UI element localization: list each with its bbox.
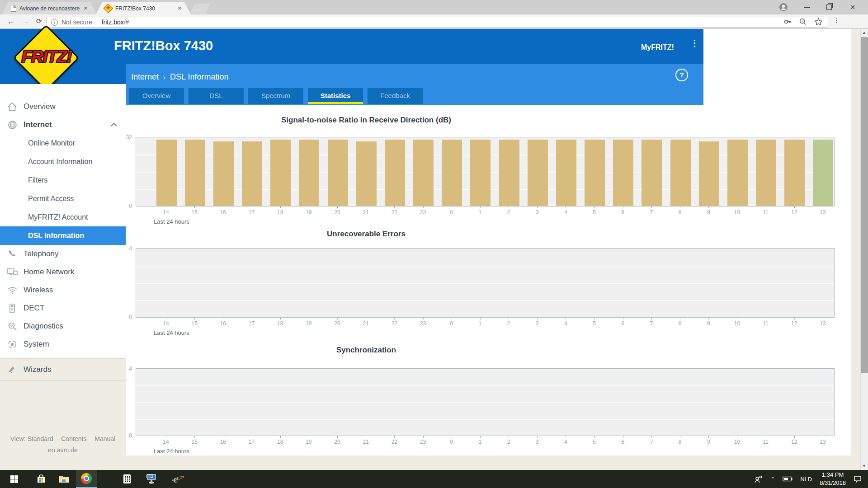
sidebar-item-wireless[interactable]: Wireless xyxy=(0,281,126,299)
gridline xyxy=(136,283,834,284)
restore-button[interactable] xyxy=(826,5,832,10)
manual-link[interactable]: Manual xyxy=(94,435,115,442)
x-tick xyxy=(452,206,452,208)
x-tick xyxy=(480,318,481,319)
view-standard-link[interactable]: View: Standard xyxy=(10,435,53,442)
breadcrumb-section[interactable]: Internet xyxy=(131,72,159,82)
password-key-icon[interactable] xyxy=(783,18,792,26)
x-tick-label: 18 xyxy=(270,320,290,327)
sidebar-item-telephony[interactable]: Telephony xyxy=(0,245,126,263)
tray-expand-icon[interactable]: ⌃ xyxy=(771,476,775,482)
sidebar-subitem-filters[interactable]: Filters xyxy=(0,171,126,189)
x-tick-label: 7 xyxy=(642,209,661,216)
x-tick-label: 6 xyxy=(613,320,633,327)
x-tick-label: 11 xyxy=(756,439,776,445)
scrollbar-thumb[interactable] xyxy=(861,37,868,373)
language-indicator[interactable]: NLD xyxy=(800,476,812,483)
x-tick xyxy=(480,436,481,438)
x-tick xyxy=(252,206,252,208)
x-tick xyxy=(194,206,195,208)
page-tab-statistics[interactable]: Statistics xyxy=(308,88,363,104)
contents-link[interactable]: Contents xyxy=(61,435,86,442)
header-menu-icon[interactable]: ⋮ xyxy=(690,42,699,45)
sidebar-item-system[interactable]: System xyxy=(0,335,126,353)
browser-tab-active[interactable]: FRITZ!Box 7430 ✕ xyxy=(96,2,191,14)
calculator-button[interactable] xyxy=(117,470,137,488)
x-tick-label: 0 xyxy=(442,320,462,327)
sidebar-subitem-online-monitor[interactable]: Online Monitor xyxy=(0,134,126,152)
help-button[interactable]: ? xyxy=(675,69,688,81)
x-tick xyxy=(794,206,795,208)
profile-icon[interactable] xyxy=(779,3,788,12)
gridline xyxy=(136,266,834,267)
scroll-up-icon[interactable]: ▲ xyxy=(860,29,868,37)
battery-icon[interactable] xyxy=(783,476,793,482)
store-button[interactable] xyxy=(31,470,52,488)
gridline xyxy=(136,300,834,301)
back-button[interactable]: ← xyxy=(7,17,15,26)
bookmark-star-icon[interactable] xyxy=(814,18,823,26)
info-icon[interactable]: i xyxy=(51,19,58,26)
page-tab-spectrum[interactable]: Spectrum xyxy=(248,88,303,104)
chevron-up-icon[interactable] xyxy=(110,120,118,129)
internet-explorer-button[interactable]: e xyxy=(165,470,186,488)
bar xyxy=(528,140,548,206)
x-tick-label: 1 xyxy=(470,209,490,216)
x-tick-label: 21 xyxy=(356,439,376,445)
tab-close-icon[interactable]: ✕ xyxy=(84,5,88,11)
x-tick-label: 17 xyxy=(242,320,262,327)
x-tick-label: 8 xyxy=(670,209,690,216)
browser-menu-icon[interactable]: ⋮ xyxy=(833,16,840,24)
x-tick xyxy=(509,318,509,319)
x-tick xyxy=(166,206,166,208)
forward-button[interactable]: → xyxy=(22,17,29,26)
sidebar-subitem-dsl-information[interactable]: DSL Information xyxy=(0,226,126,245)
sidebar-item-wizards[interactable]: Wizards xyxy=(0,358,126,381)
sidebar-item-internet[interactable]: Internet xyxy=(0,116,126,134)
sidebar-item-overview[interactable]: Overview xyxy=(0,98,126,116)
sidebar-item-home-network[interactable]: Home Network xyxy=(0,263,126,281)
myfritz-link[interactable]: MyFRITZ! xyxy=(641,43,674,52)
chrome-taskbar-button[interactable] xyxy=(76,470,97,488)
system-tray: ⌃ NLD 1:34 PM 8/31/2018 xyxy=(754,470,868,488)
sidebar-subitem-myfritz-account[interactable]: MyFRITZ! Account xyxy=(0,208,126,226)
zoom-out-icon[interactable] xyxy=(799,18,807,26)
page-tab-dsl[interactable]: DSL xyxy=(189,88,244,104)
people-icon[interactable] xyxy=(754,475,763,483)
new-tab-button[interactable] xyxy=(190,4,210,14)
action-center-icon[interactable] xyxy=(854,475,862,483)
sidebar-subitem-permit-access[interactable]: Permit Access xyxy=(0,189,126,208)
sidebar-item-dect[interactable]: DECT xyxy=(0,299,126,317)
file-explorer-button[interactable] xyxy=(53,470,74,488)
x-tick xyxy=(423,206,424,208)
sidebar-subitem-account-information[interactable]: Account Information xyxy=(0,152,126,171)
x-tick-label: 9 xyxy=(698,320,718,327)
start-button[interactable] xyxy=(4,470,24,488)
browser-tab-inactive[interactable]: Avioane de recunoastere ✕ xyxy=(2,2,97,14)
browser-tab-title: Avioane de recunoastere xyxy=(19,5,80,12)
wifi-icon xyxy=(7,286,18,294)
fritz-logo-text: FRITZ! xyxy=(14,47,80,66)
remote-desktop-button[interactable] xyxy=(141,470,162,488)
minimize-button[interactable] xyxy=(804,7,810,8)
x-tick-label: 19 xyxy=(299,320,319,327)
chart-title: Unrecoverable Errors xyxy=(126,230,607,239)
scroll-down-icon[interactable]: ▼ xyxy=(860,462,868,470)
x-tick xyxy=(651,436,652,438)
x-tick-label: 15 xyxy=(184,439,204,445)
reload-button[interactable]: ⟳ xyxy=(36,17,42,25)
sidebar-item-diagnostics[interactable]: Diagnostics xyxy=(0,317,126,335)
home-icon xyxy=(7,102,18,111)
bar xyxy=(499,140,519,206)
page-tab-overview[interactable]: Overview xyxy=(129,88,184,104)
page-tab-feedback[interactable]: Feedback xyxy=(368,88,423,104)
clock[interactable]: 1:34 PM 8/31/2018 xyxy=(820,471,846,487)
close-button[interactable]: ✕ xyxy=(848,4,857,11)
sidebar-item-label: Wizards xyxy=(24,365,51,374)
bar xyxy=(213,141,234,206)
globe-icon xyxy=(7,120,18,130)
address-bar[interactable]: i Not secure fritz.box/# xyxy=(46,17,828,28)
tab-close-icon[interactable]: ✕ xyxy=(178,5,182,11)
avm-link[interactable]: en.avm.de xyxy=(0,446,126,454)
x-tick xyxy=(252,436,252,438)
